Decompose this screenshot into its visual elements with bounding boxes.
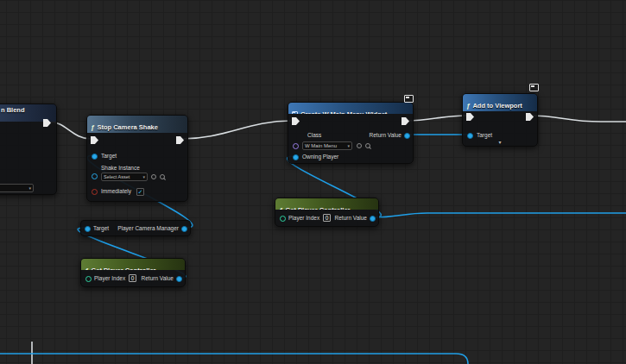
player-index-value[interactable]: 0 [323, 214, 331, 222]
exec-wire [407, 116, 466, 121]
output-pin-label: Player Camera Manager [117, 225, 179, 231]
chevron-down-icon: ▾ [142, 174, 145, 179]
use-selected-asset-icon[interactable] [357, 143, 362, 148]
function-icon: ƒ [466, 102, 470, 110]
node-header[interactable]: ƒGet Player Controller [275, 198, 378, 210]
player-index-pin[interactable] [280, 216, 286, 222]
target-pin[interactable] [85, 226, 91, 232]
owning-player-label: Owning Player [302, 154, 338, 160]
target-pin-label: Target [101, 153, 117, 159]
node-title: Add to Viewport [472, 102, 522, 110]
exec-wire [181, 121, 291, 139]
function-icon: ƒ [279, 206, 282, 210]
data-wire [374, 213, 626, 217]
immediately-label: Immediately [101, 188, 131, 194]
advanced-pins-toggle[interactable]: ▾ [498, 139, 501, 145]
owning-player-pin[interactable] [293, 154, 299, 160]
function-icon: ƒ [85, 267, 88, 270]
return-value-pin[interactable] [404, 133, 410, 139]
chevron-down-icon: ▾ [28, 185, 31, 191]
browse-asset-icon[interactable] [365, 143, 370, 148]
use-selected-asset-icon[interactable] [151, 174, 156, 179]
node-header[interactable]: ƒAdd to Viewport Target is User Widget [463, 94, 537, 111]
node-player-camera-manager[interactable]: Target Player Camera Manager [80, 220, 191, 236]
player-index-value[interactable]: 0 [129, 274, 136, 282]
exec-wire [528, 116, 626, 122]
graph-canvas[interactable]: n Blend ▾ ƒStop Camera Shake Target is P… [0, 0, 626, 364]
target-pin-label: Target [477, 132, 492, 138]
node-header[interactable]: ƒStop Camera Shake Target is Player Came… [87, 116, 187, 133]
return-value-pin[interactable] [370, 216, 376, 222]
class-dropdown[interactable]: W Main Menu ▾ [302, 141, 352, 150]
player-index-pin[interactable] [85, 276, 92, 282]
player-index-label: Player Index [94, 275, 125, 281]
immediately-checkbox[interactable]: ✓ [136, 188, 144, 196]
immediately-pin[interactable] [92, 189, 98, 195]
node-title: Stop Camera Shake [97, 123, 157, 131]
asset-picker-value: Select Asset [104, 174, 130, 179]
exec-out-pin[interactable] [176, 136, 184, 144]
class-pin[interactable] [293, 143, 299, 149]
node-title: n Blend [1, 106, 25, 114]
widget-indicator-icon [404, 95, 414, 103]
function-icon: ƒ [91, 123, 94, 131]
node-get-player-controller-mid[interactable]: ƒGet Player Controller Player Index 0 Re… [275, 198, 379, 227]
node-header[interactable]: Create W Main Menu Widget [288, 103, 413, 114]
return-value-label: Return Value [370, 132, 402, 138]
return-value-label: Return Value [142, 275, 174, 281]
widget-indicator-icon [529, 84, 539, 91]
class-label: Class [307, 132, 321, 138]
browse-asset-icon[interactable] [160, 174, 165, 179]
data-wire [0, 354, 468, 364]
node-title: Create W Main Menu Widget [300, 110, 387, 114]
shake-instance-label: Shake Instance [101, 165, 140, 171]
return-value-pin[interactable] [176, 276, 182, 282]
asset-picker-dropdown[interactable]: Select Asset ▾ [101, 173, 148, 181]
widget-icon [292, 111, 298, 114]
chevron-down-icon: ▾ [347, 143, 350, 148]
node-header[interactable]: ƒGet Player Controller [81, 259, 185, 270]
node-create-widget[interactable]: Create W Main Menu Widget Class W Main M… [288, 102, 414, 164]
node-camera-blend[interactable]: n Blend ▾ [0, 104, 57, 195]
node-title: Get Player Controller [285, 206, 350, 210]
node-get-player-controller-bottom[interactable]: ƒGet Player Controller Player Index 0 Re… [80, 258, 186, 287]
exec-out-pin[interactable] [402, 117, 409, 125]
node-stop-camera-shake[interactable]: ƒStop Camera Shake Target is Player Came… [86, 115, 188, 202]
player-index-label: Player Index [288, 215, 319, 221]
node-header[interactable]: n Blend [0, 104, 56, 122]
return-value-label: Return Value [335, 215, 367, 221]
blend-dropdown[interactable]: ▾ [0, 184, 34, 192]
exec-in-pin[interactable] [292, 117, 300, 125]
exec-in-pin[interactable] [91, 136, 98, 144]
target-pin-label: Target [93, 225, 109, 231]
class-dropdown-value: W Main Menu [305, 143, 337, 148]
target-pin[interactable] [92, 154, 98, 160]
node-add-to-viewport[interactable]: ƒAdd to Viewport Target is User Widget T… [462, 93, 538, 147]
node-title: Get Player Controller [91, 267, 155, 270]
shake-instance-pin[interactable] [92, 173, 98, 179]
exec-out-pin[interactable] [526, 113, 534, 121]
target-pin[interactable] [467, 133, 473, 139]
exec-in-pin[interactable] [466, 113, 474, 121]
camera-manager-out-pin[interactable] [181, 226, 187, 232]
